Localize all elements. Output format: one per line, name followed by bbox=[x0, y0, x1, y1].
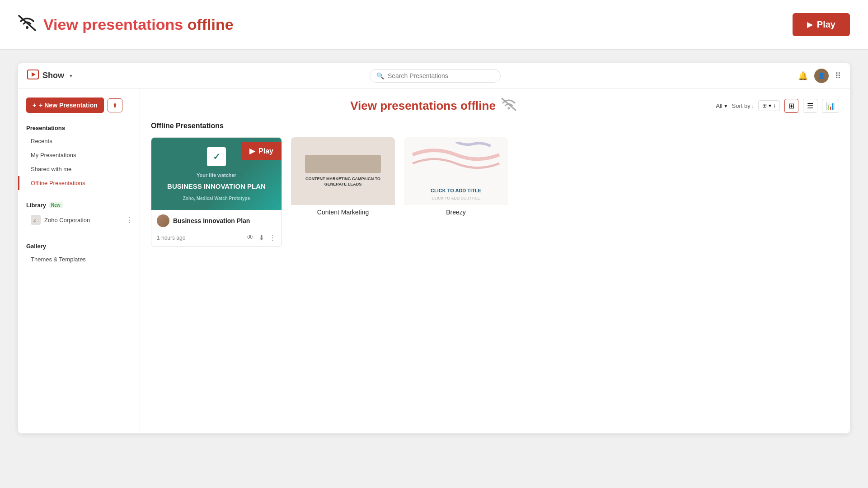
app-header-left: Show ▾ bbox=[27, 70, 72, 82]
sort-button[interactable]: ⊞ ▾ ↓ bbox=[758, 100, 780, 111]
gallery-title: Gallery bbox=[18, 236, 140, 252]
main-content: View presentations offline bbox=[140, 88, 850, 433]
sort-label: Sort by : bbox=[732, 102, 754, 109]
more-action-button-1[interactable]: ⋮ bbox=[269, 233, 276, 242]
list-view-button[interactable]: ☰ bbox=[803, 99, 817, 113]
play-overlay-triangle-icon: ▶ bbox=[249, 147, 255, 155]
filter-label: All bbox=[716, 102, 722, 109]
play-overlay-1[interactable]: ▶ Play bbox=[241, 142, 282, 160]
play-button[interactable]: ▶ Play bbox=[793, 13, 850, 36]
presentation-footer-1: 1 hours ago 👁 ⬇ ⋮ bbox=[151, 232, 282, 246]
presentation-time-1: 1 hours ago bbox=[157, 235, 185, 241]
offline-banner: View presentations offline bbox=[151, 98, 716, 114]
download-action-button-1[interactable]: ⬇ bbox=[258, 233, 264, 242]
library-item-left: Z Zoho Corporation bbox=[31, 215, 90, 225]
chart-view-button[interactable]: 📊 bbox=[822, 99, 839, 113]
plus-icon: + bbox=[33, 102, 36, 109]
presentation-card-1[interactable]: ✓ Your life watcher BUSINESS INNOVATION … bbox=[151, 137, 282, 247]
grid-view-icon: ⊞ bbox=[788, 102, 794, 110]
sort-direction-icon: ↓ bbox=[773, 102, 776, 109]
app-wrapper: Show ▾ 🔍 🔔 👤 ⠿ + + New Presentation ⬆ bbox=[18, 63, 850, 433]
presentation-title-3: Breezy bbox=[404, 205, 508, 218]
thumb-check-icon: ✓ bbox=[213, 151, 221, 162]
banner-text-highlight: offline bbox=[460, 99, 496, 112]
upload-button[interactable]: ⬆ bbox=[108, 98, 122, 112]
presentation-thumbnail-3: CLICK TO ADD TITLE CLICK TO ADD SUBTITLE bbox=[404, 137, 508, 205]
app-logo-icon bbox=[27, 70, 39, 82]
sidebar-item-shared-with-me[interactable]: Shared with me bbox=[18, 162, 140, 176]
bell-icon[interactable]: 🔔 bbox=[798, 71, 808, 81]
app-header-right: 🔔 👤 ⠿ bbox=[798, 69, 841, 83]
sidebar-item-my-presentations[interactable]: My Presentations bbox=[18, 148, 140, 162]
filter-arrow-icon: ▾ bbox=[724, 102, 727, 109]
banner-text: View presentations offline bbox=[350, 99, 496, 113]
thumb-logo-1: ✓ bbox=[207, 147, 226, 166]
play-triangle-icon: ▶ bbox=[807, 20, 812, 29]
gallery-divider bbox=[18, 228, 140, 236]
zoho-icon: Z bbox=[31, 215, 41, 225]
avatar[interactable]: 👤 bbox=[814, 69, 829, 83]
search-box[interactable]: 🔍 bbox=[370, 69, 501, 83]
top-bar: View presentations offline ▶ Play bbox=[0, 0, 868, 50]
play-overlay-label: Play bbox=[258, 147, 273, 155]
section-title: Offline Presentations bbox=[151, 122, 839, 130]
presentation-info-1: Business Innovation Plan bbox=[151, 210, 282, 232]
content-area: + + New Presentation ⬆ Presentations Rec… bbox=[18, 88, 850, 433]
new-presentation-button[interactable]: + + New Presentation bbox=[26, 98, 104, 113]
presentation-title-1: Business Innovation Plan bbox=[173, 217, 250, 224]
top-bar-left: View presentations offline bbox=[18, 15, 234, 35]
main-toolbar: View presentations offline bbox=[151, 98, 839, 114]
svg-point-1 bbox=[26, 26, 28, 29]
sidebar: + + New Presentation ⬆ Presentations Rec… bbox=[18, 88, 140, 433]
new-presentation-label: + New Presentation bbox=[39, 102, 98, 109]
thumb-text-2: CONTENT MARKETING CAMPAIGN TO GENERATE L… bbox=[296, 177, 390, 187]
presentation-thumbnail-1: ✓ Your life watcher BUSINESS INNOVATION … bbox=[151, 138, 282, 210]
thumb-content-2: CONTENT MARKETING CAMPAIGN TO GENERATE L… bbox=[291, 137, 395, 205]
app-name-arrow-icon: ▾ bbox=[70, 73, 72, 79]
library-item-zoho[interactable]: Z Zoho Corporation ⋮ bbox=[18, 211, 140, 228]
sort-arrow-icon: ▾ bbox=[769, 102, 771, 109]
play-label: Play bbox=[817, 19, 835, 30]
presentation-card-2[interactable]: CONTENT MARKETING CAMPAIGN TO GENERATE L… bbox=[291, 137, 395, 247]
view-action-button-1[interactable]: 👁 bbox=[247, 234, 254, 242]
sort-icon: ⊞ bbox=[762, 102, 767, 109]
presentations-grid: ✓ Your life watcher BUSINESS INNOVATION … bbox=[151, 137, 839, 247]
thumb-text-3: CLICK TO ADD TITLE bbox=[431, 188, 481, 193]
sidebar-item-offline-presentations[interactable]: Offline Presentations bbox=[18, 176, 140, 190]
top-bar-title: View presentations offline bbox=[43, 16, 234, 33]
sidebar-divider bbox=[18, 190, 140, 197]
thumb-image-2 bbox=[305, 155, 381, 173]
search-input[interactable] bbox=[388, 72, 487, 79]
chart-view-icon: 📊 bbox=[826, 102, 835, 110]
list-view-icon: ☰ bbox=[807, 102, 813, 110]
sidebar-item-recents[interactable]: Recents bbox=[18, 134, 140, 148]
pres-author-row-1: Business Innovation Plan bbox=[157, 214, 276, 227]
thumb-subtext-3: CLICK TO ADD SUBTITLE bbox=[432, 196, 480, 200]
top-title-text: View presentations bbox=[43, 16, 188, 33]
new-presentation-row: + + New Presentation ⬆ bbox=[18, 98, 140, 120]
presentations-section-title: Presentations bbox=[18, 120, 140, 134]
grid-icon[interactable]: ⠿ bbox=[835, 71, 841, 81]
thumb-title-text: BUSINESS INNOVATION PLAN bbox=[167, 182, 266, 191]
top-title-highlight: offline bbox=[188, 16, 234, 33]
banner-text-main: View presentations bbox=[350, 99, 460, 112]
svg-point-7 bbox=[507, 107, 510, 110]
banner-wifi-slash-icon bbox=[501, 98, 516, 114]
library-more-icon[interactable]: ⋮ bbox=[126, 216, 133, 224]
search-icon: 🔍 bbox=[376, 72, 384, 79]
presentation-title-2: Content Marketing bbox=[291, 205, 395, 218]
library-title: Library bbox=[26, 202, 46, 209]
wifi-slash-icon bbox=[18, 15, 36, 35]
filter-dropdown[interactable]: All ▾ bbox=[716, 102, 727, 109]
thumb-subtitle: Your life watcher bbox=[197, 172, 236, 178]
breezy-decoration bbox=[411, 142, 501, 185]
thumb-content-3: CLICK TO ADD TITLE CLICK TO ADD SUBTITLE bbox=[404, 137, 508, 205]
upload-icon: ⬆ bbox=[113, 102, 117, 109]
grid-view-button[interactable]: ⊞ bbox=[784, 99, 798, 113]
presentation-card-3[interactable]: CLICK TO ADD TITLE CLICK TO ADD SUBTITLE… bbox=[404, 137, 508, 247]
app-name: Show bbox=[42, 71, 64, 80]
pres-actions-1: 👁 ⬇ ⋮ bbox=[247, 233, 276, 242]
presentation-thumbnail-2: CONTENT MARKETING CAMPAIGN TO GENERATE L… bbox=[291, 137, 395, 205]
sidebar-item-themes-templates[interactable]: Themes & Templates bbox=[18, 252, 140, 266]
app-header: Show ▾ 🔍 🔔 👤 ⠿ bbox=[18, 63, 850, 88]
